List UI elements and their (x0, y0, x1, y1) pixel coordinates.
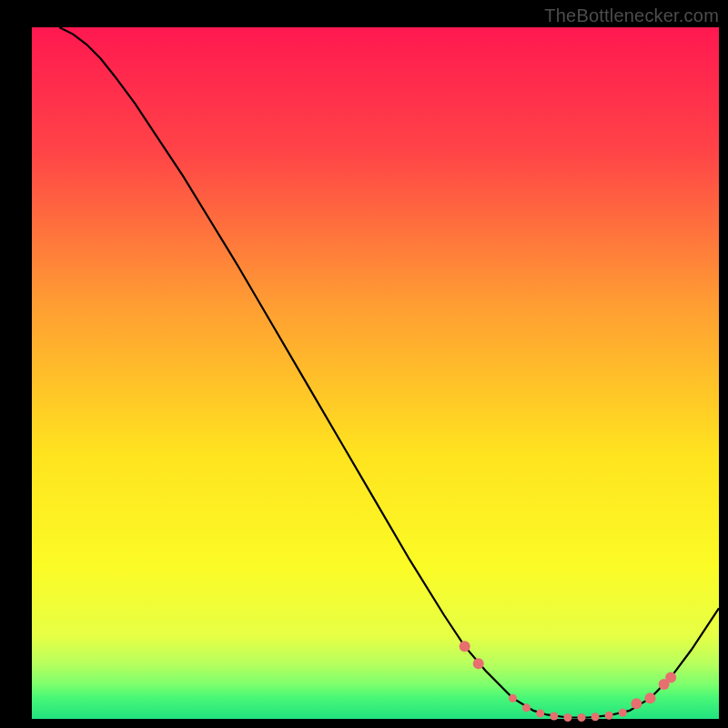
highlight-point (578, 713, 586, 722)
highlight-point (509, 694, 517, 703)
highlight-point (665, 672, 676, 682)
highlight-point (592, 713, 600, 721)
highlight-point (536, 709, 544, 717)
highlight-point (460, 641, 470, 652)
highlight-point (473, 658, 484, 669)
highlight-point (631, 698, 642, 709)
highlight-point (619, 709, 627, 717)
highlight-point (550, 712, 558, 720)
highlight-point (563, 713, 571, 722)
plot-svg (0, 0, 728, 728)
highlight-point (605, 712, 613, 720)
bottleneck-chart: TheBottlenecker.com (0, 0, 728, 728)
highlight-point (645, 693, 656, 703)
plot-background (32, 27, 719, 719)
highlight-point (522, 703, 531, 712)
